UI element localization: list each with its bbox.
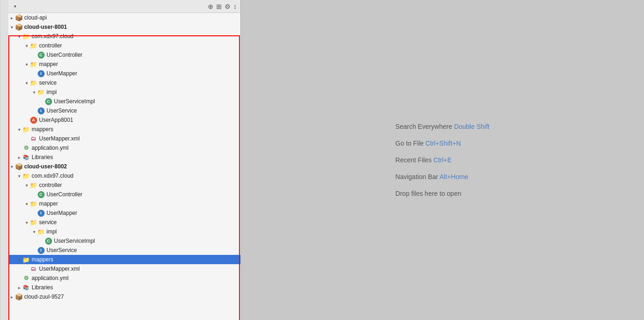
tree-arrow[interactable] — [23, 80, 30, 86]
item-label: mapper — [39, 200, 58, 207]
tree-wrapper: 📦cloud-api📦cloud-user-8001📁com.xdx97.clo… — [8, 13, 240, 320]
panel-header-icons: ⊕ ⊞ ⚙ ↕ — [208, 3, 237, 10]
tree-item-service-1[interactable]: 📁service — [8, 78, 240, 87]
tree-arrow[interactable] — [16, 34, 22, 39]
panel-header-left: ▾ — [12, 4, 16, 9]
tree-arrow[interactable] — [8, 15, 15, 20]
class-icon: C — [45, 237, 52, 245]
tree-arrow[interactable] — [31, 90, 37, 95]
main-content: Search Everywhere Double ShiftGo to File… — [241, 0, 644, 320]
tree-item-cloud-user-8001[interactable]: 📦cloud-user-8001 — [8, 22, 240, 32]
tree-arrow[interactable] — [23, 201, 30, 207]
tree-item-mappers-1[interactable]: 📁mappers — [8, 125, 240, 134]
tree-item-cloud-zuul-9527[interactable]: 📦cloud-zuul-9527 — [8, 292, 240, 301]
hint-row: Drop files here to open — [395, 190, 489, 197]
tree-arrow[interactable] — [8, 25, 15, 30]
tree-item-application.yml-1[interactable]: ⚙application.yml — [8, 143, 240, 153]
hint-shortcut: Alt+Home — [439, 173, 468, 180]
tree-item-mapper-1[interactable]: 📁mapper — [8, 60, 240, 69]
panel-dropdown-arrow[interactable]: ▾ — [14, 4, 16, 9]
item-label: UserApp8001 — [39, 117, 73, 123]
tree-item-UserMapper-1[interactable]: IUserMapper — [8, 69, 240, 78]
tree-item-UserApp8001[interactable]: AUserApp8001 — [8, 115, 240, 125]
tree-item-UserServiceImpl-2[interactable]: CUserServiceImpl — [8, 236, 240, 246]
item-label: UserMapper.xml — [39, 135, 80, 142]
item-label: mapper — [39, 61, 58, 67]
tree-item-controller-1[interactable]: 📁controller — [8, 41, 240, 50]
tree-arrow[interactable] — [16, 257, 22, 262]
collapse-icon[interactable]: ⊞ — [216, 3, 222, 10]
tree-item-service-2[interactable]: 📁service — [8, 218, 240, 227]
hint-shortcut: Ctrl+Shift+N — [425, 140, 461, 147]
tree-item-cloud-user-8002[interactable]: 📦cloud-user-8002 — [8, 162, 240, 171]
folder-icon: 📁 — [30, 79, 37, 87]
xml-icon: 🗂 — [30, 265, 37, 273]
hint-shortcut: Ctrl+E — [433, 156, 451, 164]
tree-arrow[interactable] — [23, 220, 30, 225]
folder-icon: 📁 — [22, 172, 30, 180]
folder-icon: 📁 — [22, 33, 30, 40]
tree-item-UserMapper.xml-1[interactable]: 🗂UserMapper.xml — [8, 134, 240, 143]
tree-item-UserService-2[interactable]: IUserService — [8, 246, 240, 255]
libraries-icon: 📚 — [22, 153, 30, 161]
tree-item-UserController-1[interactable]: CUserController — [8, 50, 240, 60]
item-label: UserService — [46, 107, 77, 114]
item-label: UserServiceImpl — [54, 98, 95, 105]
tree-arrow[interactable] — [16, 285, 22, 290]
tree-arrow[interactable] — [16, 127, 22, 132]
item-label: UserMapper.xml — [39, 266, 80, 272]
app-icon: A — [30, 116, 37, 124]
tree-arrow[interactable] — [31, 229, 37, 234]
hint-text: Recent Files — [395, 156, 433, 164]
hint-row: Recent Files Ctrl+E — [395, 156, 489, 164]
item-label: com.xdx97.cloud — [32, 173, 73, 179]
tree-item-application.yml-2[interactable]: ⚙application.yml — [8, 273, 240, 283]
hint-panel: Search Everywhere Double ShiftGo to File… — [395, 123, 489, 197]
tree-item-UserMapper-2[interactable]: IUserMapper — [8, 208, 240, 218]
tree-arrow[interactable] — [8, 294, 15, 300]
interface-icon: I — [37, 70, 45, 77]
tree-arrow[interactable] — [23, 62, 30, 67]
tree-item-impl-1[interactable]: 📁impl — [8, 87, 240, 97]
tree-item-mappers-2[interactable]: 📁mappers — [8, 255, 240, 264]
tree-container[interactable]: 📦cloud-api📦cloud-user-8001📁com.xdx97.clo… — [8, 13, 240, 301]
tree-arrow[interactable] — [23, 43, 30, 48]
tree-item-com.xdx97.cloud-2[interactable]: 📁com.xdx97.cloud — [8, 171, 240, 180]
tree-item-impl-2[interactable]: 📁impl — [8, 227, 240, 236]
class-icon: C — [37, 51, 45, 59]
tree-item-UserMapper.xml-2[interactable]: 🗂UserMapper.xml — [8, 264, 240, 273]
tree-arrow[interactable] — [23, 183, 30, 188]
item-label: mappers — [32, 126, 53, 133]
item-label: Libraries — [32, 284, 53, 291]
hint-text: Go to File — [395, 140, 425, 147]
item-label: application.yml — [32, 275, 68, 281]
tree-item-UserServiceImpl-1[interactable]: CUserServiceImpl — [8, 97, 240, 106]
item-label: controller — [39, 42, 62, 49]
tree-item-UserController-2[interactable]: CUserController — [8, 190, 240, 199]
settings-icon[interactable]: ⚙ — [225, 3, 231, 10]
tree-arrow[interactable] — [16, 155, 22, 160]
hint-text: Drop files here to open — [395, 190, 461, 197]
panel-header: ▾ ⊕ ⊞ ⚙ ↕ — [8, 0, 240, 13]
tree-item-Libraries-1[interactable]: 📚Libraries — [8, 153, 240, 162]
item-label: UserController — [46, 52, 82, 58]
hint-shortcut: Double Shift — [454, 123, 489, 130]
hint-text: Navigation Bar — [395, 173, 439, 180]
tree-item-cloud-api[interactable]: 📦cloud-api — [8, 13, 240, 22]
hint-row: Navigation Bar Alt+Home — [395, 173, 489, 180]
libraries-icon: 📚 — [22, 284, 30, 291]
item-label: UserServiceImpl — [54, 238, 95, 244]
tree-item-Libraries-2[interactable]: 📚Libraries — [8, 283, 240, 292]
tree-arrow[interactable] — [8, 164, 15, 169]
folder-icon: 📁 — [30, 219, 37, 226]
scope-icon[interactable]: ⊕ — [208, 3, 213, 10]
folder-icon: 📁 — [30, 200, 37, 207]
tree-item-UserService-1[interactable]: IUserService — [8, 106, 240, 115]
tree-arrow[interactable] — [16, 173, 22, 179]
package-icon: 📦 — [15, 23, 22, 31]
tree-item-com.xdx97.cloud-1[interactable]: 📁com.xdx97.cloud — [8, 32, 240, 41]
item-label: cloud-user-8002 — [24, 163, 67, 170]
tree-item-controller-2[interactable]: 📁controller — [8, 180, 240, 190]
more-icon[interactable]: ↕ — [233, 3, 237, 10]
tree-item-mapper-2[interactable]: 📁mapper — [8, 199, 240, 208]
